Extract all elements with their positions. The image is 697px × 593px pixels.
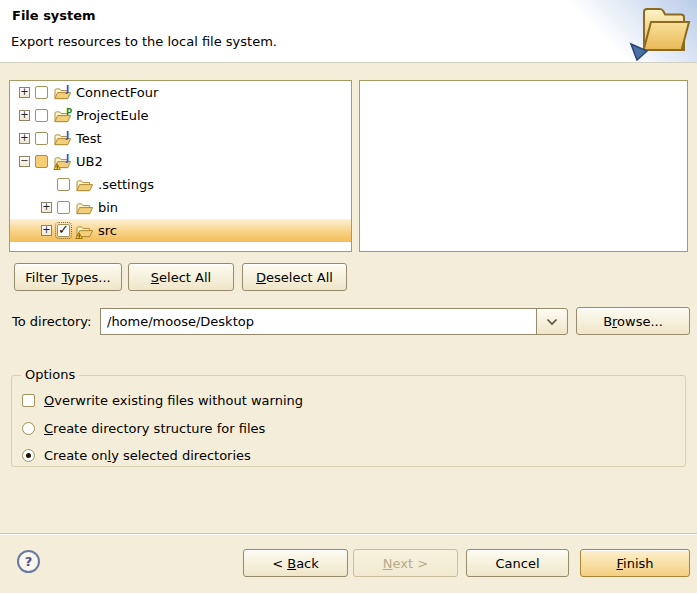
destination-dropdown-button[interactable] bbox=[536, 308, 568, 335]
deselect-all-button[interactable]: Deselect All bbox=[242, 263, 347, 291]
java-project-open-folder-icon: J bbox=[53, 85, 72, 101]
checkbox[interactable] bbox=[35, 155, 48, 168]
chevron-down-icon bbox=[546, 318, 558, 326]
checkbox[interactable] bbox=[35, 86, 48, 99]
svg-text:J: J bbox=[65, 85, 69, 94]
tree-item-label: bin bbox=[98, 200, 118, 215]
file-list-panel[interactable] bbox=[359, 80, 688, 252]
footer-separator bbox=[0, 533, 697, 535]
expander-icon[interactable]: + bbox=[41, 225, 52, 236]
svg-text:J: J bbox=[65, 131, 69, 140]
cancel-button[interactable]: Cancel bbox=[466, 549, 569, 577]
create-selected-radio[interactable] bbox=[22, 449, 35, 462]
checkbox[interactable] bbox=[57, 224, 70, 237]
java-project-open-folder-icon: J bbox=[53, 131, 72, 147]
question-mark-icon: ? bbox=[25, 554, 33, 569]
open-folder-warning-icon bbox=[75, 223, 94, 239]
tree-item-label: ProjectEule bbox=[76, 108, 149, 123]
tree-row[interactable]: .settings bbox=[10, 173, 351, 196]
tree-item-label: .settings bbox=[98, 177, 154, 192]
checkbox[interactable] bbox=[35, 109, 48, 122]
page-title: File system bbox=[12, 8, 96, 23]
browse-button[interactable]: Browse... bbox=[576, 307, 690, 335]
svg-text:J: J bbox=[65, 154, 69, 163]
tree-row[interactable]: + P ProjectEule bbox=[10, 104, 351, 127]
open-folder-icon bbox=[75, 177, 94, 193]
tree-item-label: Test bbox=[76, 131, 102, 146]
project-open-folder-icon: P bbox=[53, 108, 72, 124]
expander-icon[interactable]: + bbox=[41, 202, 52, 213]
expander-icon[interactable]: + bbox=[19, 133, 30, 144]
checkbox[interactable] bbox=[57, 201, 70, 214]
resource-tree[interactable]: + J ConnectFour + P ProjectEule + J Test… bbox=[9, 80, 352, 252]
wizard-header: File system Export resources to the loca… bbox=[0, 0, 697, 63]
expander-icon[interactable]: − bbox=[19, 156, 30, 167]
create-selected-label: Create only selected directories bbox=[44, 448, 251, 463]
overwrite-checkbox[interactable] bbox=[22, 394, 35, 407]
tree-row[interactable]: + J ConnectFour bbox=[10, 81, 351, 104]
back-button[interactable]: < Back bbox=[243, 549, 348, 577]
tree-item-label: UB2 bbox=[76, 154, 103, 169]
tree-item-label: src bbox=[98, 223, 117, 238]
create-structure-label: Create directory structure for files bbox=[44, 421, 265, 436]
create-structure-radio[interactable] bbox=[22, 422, 35, 435]
tree-item-label: ConnectFour bbox=[76, 85, 158, 100]
select-all-button[interactable]: Select All bbox=[128, 263, 234, 291]
open-folder-icon bbox=[75, 200, 94, 216]
help-button[interactable]: ? bbox=[17, 550, 40, 573]
expander-icon[interactable]: + bbox=[19, 87, 30, 98]
checkbox[interactable] bbox=[57, 178, 70, 191]
finish-button[interactable]: Finish bbox=[580, 549, 690, 577]
tree-row[interactable]: + bin bbox=[10, 196, 351, 219]
overwrite-label: Overwrite existing files without warning bbox=[44, 393, 303, 408]
page-subtitle: Export resources to the local file syste… bbox=[11, 34, 277, 49]
java-project-open-folder-warning-icon: J bbox=[53, 154, 72, 170]
tree-row[interactable]: + J Test bbox=[10, 127, 351, 150]
filter-types-button[interactable]: Filter Types... bbox=[14, 263, 122, 291]
export-folder-icon bbox=[628, 3, 692, 61]
expander-icon[interactable]: + bbox=[19, 110, 30, 121]
next-button[interactable]: Next > bbox=[353, 549, 458, 577]
destination-input[interactable] bbox=[100, 308, 537, 335]
tree-row[interactable]: + src bbox=[10, 219, 351, 242]
svg-text:P: P bbox=[66, 108, 72, 117]
options-legend: Options bbox=[21, 367, 79, 382]
tree-row[interactable]: − J UB2 bbox=[10, 150, 351, 173]
to-directory-label: To directory: bbox=[12, 314, 91, 329]
checkbox[interactable] bbox=[35, 132, 48, 145]
